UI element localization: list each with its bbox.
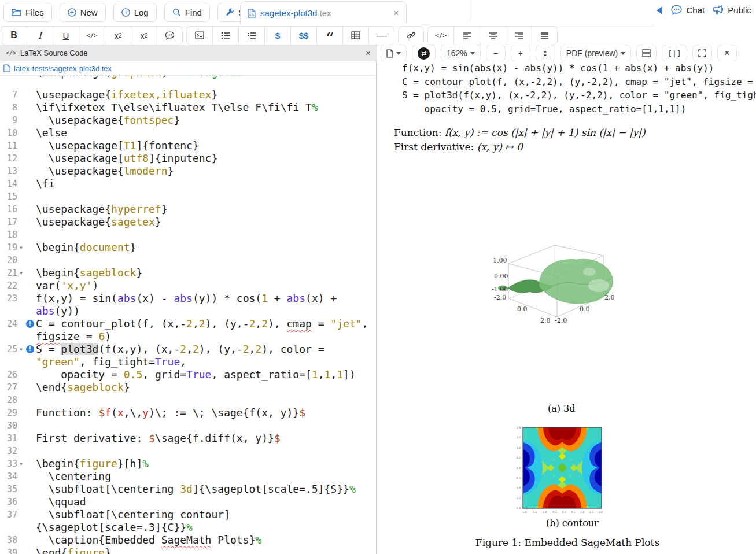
numbered-list-button[interactable] (238, 26, 264, 45)
code-text[interactable]: \centering (36, 470, 111, 483)
breadcrumb[interactable]: latex-tests/sagetex-plot3d.tex (0, 61, 376, 76)
split-vertical-button[interactable]: [|] (662, 45, 687, 62)
gutter: 26 (0, 368, 36, 381)
line-number: 20 (0, 254, 17, 267)
code-line: figsize = 6) (0, 330, 376, 343)
code-line: 15 (0, 190, 376, 203)
axis-tick: -2.0 (494, 294, 506, 301)
source-panel-close-icon[interactable]: × (366, 48, 371, 58)
code-text[interactable]: {\sageplot[scale=.3]{C}}% (36, 521, 193, 534)
collapse-panel-icon[interactable] (657, 6, 662, 14)
fold-arrow-icon[interactable]: ▾ (17, 457, 25, 470)
blockquote-button[interactable]: “ (316, 26, 342, 45)
code-text[interactable]: S = plot3d(f(x,y), (x,-2,2), (y,-2,2), c… (36, 343, 324, 356)
tab-close-icon[interactable]: × (393, 8, 399, 18)
table-icon (351, 31, 360, 39)
code-text[interactable]: \if\ifxetex T\else\ifluatex T\else F\fi\… (36, 101, 318, 114)
fold-arrow-icon[interactable]: ▾ (17, 267, 25, 279)
code-text[interactable]: \begin{sageblock} (36, 267, 142, 279)
superscript-button[interactable]: x2 (131, 26, 157, 45)
code-line: 18 (0, 228, 376, 241)
find-button[interactable]: Find (164, 3, 210, 22)
horizontal-rule-button[interactable]: — (368, 26, 394, 45)
inline-math-button[interactable]: $ (264, 26, 290, 45)
code-line: "green", fig_tight=True, (0, 356, 376, 368)
code-text[interactable]: First derivative: $\sage{f.diff(x, y)}$ (36, 432, 281, 445)
code-text[interactable]: f(x,y) = sin(abs(x) - abs(y)) * cos(1 + … (36, 292, 337, 305)
code-text[interactable]: \qquad (36, 496, 86, 508)
code-line: 16\usepackage{hyperref} (0, 203, 376, 216)
comment-button[interactable] (157, 26, 183, 45)
code-text[interactable]: \end{sageblock} (36, 381, 130, 394)
code-text[interactable]: C = contour_plot(f, (x,-2,2), (y,-2,2), … (36, 317, 368, 330)
align-right-button[interactable] (506, 26, 532, 45)
fold-arrow-icon[interactable]: ▾ (17, 241, 25, 254)
line-number: 33 (0, 457, 17, 470)
synctex-button[interactable]: ⇄ (412, 45, 436, 62)
underline-button[interactable]: U (53, 26, 79, 45)
code-text[interactable]: \end{figure} (36, 546, 111, 554)
code-text[interactable]: \usepackage{fontspec} (36, 114, 180, 127)
public-button[interactable]: Public (713, 5, 751, 16)
split-horizontal-button[interactable] (636, 45, 657, 62)
fold-arrow-icon[interactable]: ▾ (17, 343, 25, 356)
chat-button[interactable]: Chat (670, 5, 705, 16)
warning-icon[interactable]: ! (26, 345, 34, 353)
pdf-close-button[interactable]: × (717, 45, 737, 62)
justify-button[interactable] (532, 26, 558, 45)
subscript-button[interactable]: x2 (105, 26, 131, 45)
bold-button[interactable]: B (1, 26, 27, 45)
tab-sagetex-plot3d[interactable]: sagetex-plot3d.tex × (240, 1, 407, 24)
fit-height-button[interactable] (536, 45, 555, 62)
zoom-level-dropdown[interactable]: 162% (441, 45, 481, 62)
log-button[interactable]: Log (113, 3, 157, 22)
code-text[interactable]: \usepackage{lmodern} (36, 165, 174, 178)
gutter: 37 (0, 508, 36, 521)
code-text[interactable]: \usepackage[utf8]{inputenc} (36, 152, 217, 165)
code-text[interactable]: Function: $f(x,\,y)\; := \; \sage{f(x, y… (36, 407, 305, 419)
code-text[interactable]: abs(y)) (36, 305, 80, 317)
table-button[interactable] (342, 26, 368, 45)
code-text[interactable]: figsize = 6) (36, 330, 111, 343)
line-number: 35 (0, 483, 17, 496)
bullet-list-button[interactable] (212, 26, 238, 45)
code-text[interactable]: \begin{figure}[h]% (36, 457, 149, 470)
code-block-button[interactable]: </> (427, 26, 453, 45)
pdf-preview[interactable]: f(x,y) = sin(abs(x) - abs(y)) * cos(1 + … (377, 61, 756, 554)
x-tick: 1.0 (580, 511, 584, 514)
view-mode-dropdown[interactable]: PDF (preview) (560, 45, 631, 62)
code-text[interactable]: \else (36, 127, 67, 139)
code-text[interactable]: \caption{Embedded SageMath Plots}% (36, 534, 261, 546)
link-button[interactable] (398, 26, 424, 45)
files-button[interactable]: Files (3, 3, 52, 22)
code-text[interactable]: \usepackage{graphicx} % figures (36, 76, 243, 88)
italic-button[interactable]: I (27, 26, 53, 45)
page-menu-button[interactable] (381, 45, 407, 62)
new-button[interactable]: New (60, 3, 106, 22)
code-text[interactable]: \usepackage{sagetex} (36, 216, 161, 228)
code-text[interactable]: \usepackage{ifxetex,ifluatex} (36, 88, 217, 101)
code-text[interactable]: \begin{document} (36, 241, 136, 254)
code-line: 17\usepackage{sagetex} (0, 216, 376, 228)
code-text[interactable]: opacity = 0.5, grid=True, aspect_ratio=[… (36, 368, 356, 381)
code-editor[interactable]: \usepackage{graphicx} % figures7\usepack… (0, 76, 376, 554)
zoom-out-button[interactable]: − (486, 45, 506, 62)
zoom-in-button[interactable]: + (511, 45, 530, 62)
fullscreen-button[interactable] (692, 45, 712, 62)
code-text[interactable]: "green", fig_tight=True, (36, 356, 186, 368)
code-line: 38 \caption{Embedded SageMath Plots}% (0, 534, 376, 546)
terminal-button[interactable] (186, 26, 212, 45)
warning-icon[interactable]: ! (26, 320, 34, 328)
code-text[interactable]: \subfloat[\centering contour] (36, 508, 230, 521)
code-text[interactable]: \usepackage[T1]{fontenc} (36, 139, 199, 152)
code-text[interactable]: \usepackage{hyperref} (36, 203, 168, 216)
line-number: 39 (0, 546, 17, 554)
display-math-button[interactable]: $$ (290, 26, 316, 45)
align-center-button[interactable] (480, 26, 506, 45)
inline-code-button[interactable]: </> (79, 26, 105, 45)
align-left-button[interactable] (453, 26, 480, 45)
code-text[interactable]: \subfloat[\centering 3d]{\sageplot[scale… (36, 483, 356, 496)
code-text[interactable]: \fi (36, 178, 55, 190)
plus-circle-icon (68, 8, 76, 17)
code-text[interactable]: var('x,y') (36, 279, 98, 292)
